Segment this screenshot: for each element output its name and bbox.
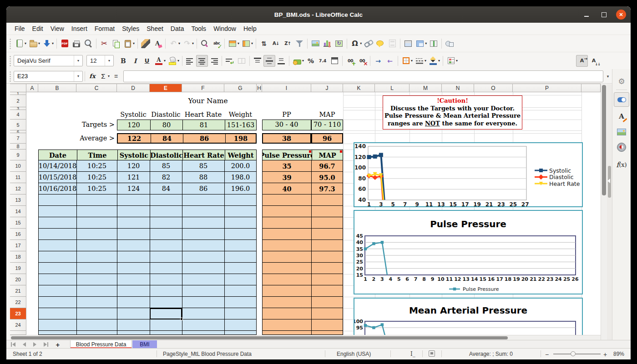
add-sheet-button[interactable]: + — [53, 340, 63, 349]
zoom-out-button[interactable]: − — [545, 351, 549, 358]
cell-C12[interactable]: 10:25 — [77, 183, 117, 194]
underline-button[interactable]: U — [141, 55, 153, 67]
insert-column-button[interactable] — [240, 38, 252, 50]
sidebar-styles-icon[interactable]: A — [614, 110, 629, 122]
row-header-2[interactable]: 2 — [10, 95, 26, 107]
cell-group[interactable]: DateTimeSystolicDiastolicHeart RateWeigh… — [38, 150, 257, 160]
cell-group[interactable]: 1208081151-163 — [117, 120, 257, 130]
name-box[interactable]: E23 ▾ — [14, 71, 83, 82]
cell-D25[interactable] — [117, 331, 150, 334]
row-header-22[interactable]: 22 — [10, 297, 26, 308]
column-header-K[interactable]: K — [343, 84, 375, 92]
cell-G14[interactable] — [225, 206, 256, 217]
cell-B10[interactable]: 10/14/2018 — [39, 160, 77, 171]
dropdown-arrow[interactable]: ▾ — [38, 41, 40, 45]
menu-file[interactable]: File — [11, 24, 29, 34]
cell-I17[interactable] — [263, 240, 312, 251]
dropdown-arrow[interactable]: ▾ — [438, 59, 440, 63]
cell-J4[interactable]: MAP — [311, 110, 343, 120]
cell-G23[interactable] — [225, 308, 256, 319]
cell-E22[interactable] — [150, 297, 182, 308]
cell-E20[interactable] — [150, 274, 182, 285]
insert-mode-icon[interactable]: I_ — [410, 351, 415, 357]
cell-E9[interactable]: Diastolic — [150, 150, 182, 160]
cell-D14[interactable] — [117, 206, 150, 217]
sort-ascending-button[interactable]: A↓ — [270, 38, 282, 50]
highlight-color-button[interactable] — [167, 55, 178, 67]
toolbar-grip[interactable] — [9, 71, 11, 82]
cell-I24[interactable] — [263, 319, 312, 330]
dropdown-arrow[interactable]: ▾ — [108, 74, 110, 78]
date-format-button[interactable] — [329, 55, 340, 67]
cell-I7[interactable]: 38 — [262, 133, 311, 144]
last-sheet-button[interactable] — [41, 341, 50, 348]
menu-insert[interactable]: Insert — [68, 24, 91, 34]
merge-cells-button[interactable] — [236, 55, 248, 67]
cell-B15[interactable] — [39, 217, 77, 228]
cell-F9[interactable]: Heart Rate — [182, 150, 225, 160]
cell-E12[interactable]: 84 — [150, 183, 182, 194]
cell-F23[interactable] — [182, 308, 225, 319]
cell-F15[interactable] — [182, 217, 225, 228]
cell-C13[interactable] — [77, 194, 117, 205]
cell-C16[interactable] — [77, 229, 117, 239]
row-header-13[interactable]: 13 — [10, 194, 26, 206]
bold-button[interactable]: B — [117, 55, 129, 67]
cell-B9[interactable]: Date — [39, 150, 77, 160]
selection-summary[interactable]: Average: ; Sum: 0 — [469, 351, 513, 357]
cell-E5[interactable]: 80 — [150, 120, 182, 130]
cell-D5[interactable]: 120 — [117, 120, 150, 130]
cell-C10[interactable]: 10:25 — [77, 160, 117, 171]
cell-J24[interactable] — [312, 319, 343, 330]
cell-G7[interactable]: 198 — [225, 134, 256, 143]
dropdown-arrow[interactable]: ▾ — [425, 59, 426, 63]
row-header-10[interactable]: 10 — [10, 160, 26, 172]
cell-E14[interactable] — [150, 206, 182, 217]
menu-format[interactable]: Format — [91, 24, 118, 34]
cell-I12[interactable]: 40 — [263, 183, 312, 194]
cell-D12[interactable]: 124 — [117, 183, 150, 194]
column-header-B[interactable]: B — [38, 84, 76, 92]
maximize-button[interactable] — [599, 10, 609, 20]
cell-G19[interactable] — [225, 263, 256, 274]
cell-G9[interactable]: Weight — [225, 150, 256, 160]
cell-B25[interactable] — [39, 331, 77, 334]
toolbar-grip[interactable] — [9, 55, 11, 66]
row-header-15[interactable]: 15 — [10, 217, 26, 229]
dropdown-arrow[interactable]: ▾ — [177, 59, 179, 63]
cell-J9[interactable]: MAP — [312, 150, 343, 160]
cell-G25[interactable] — [225, 331, 256, 334]
cell-B21[interactable] — [39, 285, 77, 296]
cell-group[interactable]: 1228486198 — [117, 133, 257, 144]
cell-D9[interactable]: Systolic — [117, 150, 150, 160]
tab-bmi[interactable]: BMI — [132, 340, 157, 349]
cell-J10[interactable]: 96.7 — [312, 160, 343, 171]
chevron-down-icon[interactable]: ▾ — [105, 55, 113, 66]
cell-E17[interactable] — [150, 240, 182, 251]
row-header-8[interactable]: 8 — [10, 144, 26, 150]
cell-J23[interactable] — [312, 308, 343, 319]
cell-G24[interactable] — [225, 319, 256, 330]
table-body[interactable]: 3596.73995.04097.3 — [262, 160, 343, 335]
split-window-button[interactable] — [428, 38, 440, 50]
special-character-button[interactable]: Ω — [349, 38, 361, 50]
cell-E11[interactable]: 82 — [150, 172, 182, 183]
language-status[interactable]: English (USA) — [337, 351, 371, 357]
cell-J7[interactable]: 96 — [311, 133, 343, 144]
caution-note[interactable]: !Caution! Discuss the Targets with your … — [383, 95, 522, 130]
cell-D21[interactable] — [117, 285, 150, 296]
insert-image-button[interactable] — [309, 38, 321, 50]
column-header-M[interactable]: M — [410, 84, 442, 92]
headers-footers-button[interactable] — [386, 38, 398, 50]
row-header-19[interactable]: 19 — [10, 263, 26, 274]
clear-formatting-button[interactable]: A — [152, 38, 163, 50]
dropdown-arrow[interactable]: ▾ — [52, 41, 54, 45]
draw-functions-button[interactable] — [444, 38, 455, 50]
cell-E19[interactable] — [150, 263, 182, 274]
menu-sheet[interactable]: Sheet — [143, 24, 167, 34]
column-header-G[interactable]: G — [224, 84, 257, 92]
cell-J11[interactable]: 95.0 — [312, 172, 343, 183]
row-header-18[interactable]: 18 — [10, 251, 26, 263]
cell-C20[interactable] — [77, 274, 117, 285]
cell-F19[interactable] — [182, 263, 225, 274]
